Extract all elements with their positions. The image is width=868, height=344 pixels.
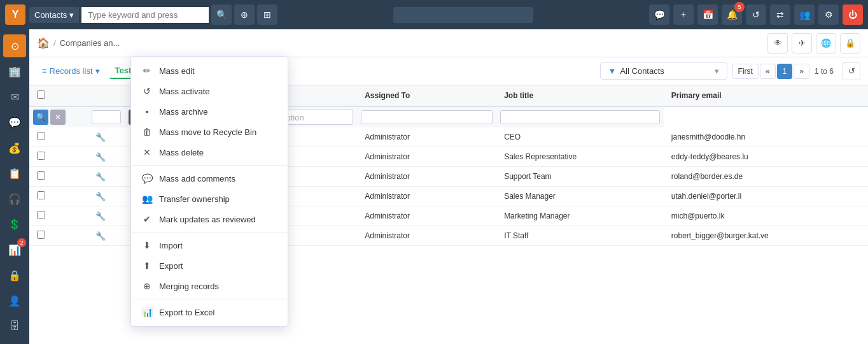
- search-input[interactable]: [81, 7, 209, 23]
- mass-comments-label: Mass add comments: [159, 174, 235, 183]
- assigned-to-cell: Administrator: [357, 127, 496, 147]
- mass-edit-label: Mass edit: [159, 66, 195, 76]
- app-logo[interactable]: Y: [5, 4, 25, 25]
- filter-label: All Contacts: [620, 66, 664, 76]
- sidebar-item-sales[interactable]: 💰: [3, 136, 26, 159]
- menu-item-transfer-ownership[interactable]: 👥 Transfer ownership: [131, 189, 288, 209]
- sidebar-item-database[interactable]: 🗄: [3, 315, 26, 338]
- chevron-down-icon: ▾: [95, 66, 100, 76]
- breadcrumb-actions: 👁 ✈ 🌐 🔒: [767, 33, 860, 54]
- sidebar-item-chat[interactable]: 💬: [3, 111, 26, 134]
- row-checkbox[interactable]: [37, 171, 45, 180]
- exchange-button[interactable]: ⇄: [770, 4, 790, 25]
- row-checkbox[interactable]: [37, 231, 45, 239]
- select-all-header[interactable]: [29, 85, 88, 106]
- menu-divider: [131, 299, 288, 299]
- menu-item-merging-records[interactable]: ⊕ Merging records: [131, 276, 288, 296]
- send-button[interactable]: ✈: [792, 33, 812, 54]
- mass-activate-icon: ↺: [141, 86, 153, 96]
- entity-dropdown[interactable]: Contacts ▾: [29, 7, 79, 23]
- view-toggle-button[interactable]: ⊞: [257, 4, 277, 25]
- sidebar-item-security[interactable]: 🔒: [3, 264, 26, 287]
- menu-item-mass-archive[interactable]: ▪ Mass archive: [131, 101, 288, 122]
- menu-item-mass-comments[interactable]: 💬 Mass add comments: [131, 168, 288, 189]
- select-all-checkbox[interactable]: [37, 90, 45, 99]
- filter-chevron-icon: ▾: [715, 66, 719, 76]
- mass-delete-label: Mass delete: [159, 148, 204, 157]
- settings-button[interactable]: ⚙: [818, 4, 839, 25]
- menu-item-mass-recycle[interactable]: 🗑 Mass move to Recycle Bin: [131, 122, 288, 142]
- menu-item-export-excel[interactable]: 📊 Export to Excel: [131, 302, 288, 322]
- sidebar-item-support[interactable]: 🎧: [3, 187, 26, 210]
- row-checkbox[interactable]: [37, 152, 45, 160]
- primary-email-cell: janesmith@doodle.hn: [664, 127, 868, 147]
- wrench-button[interactable]: 🔧: [95, 152, 106, 162]
- job-filter-input[interactable]: [361, 110, 493, 124]
- context-dropdown-menu: ✏ Mass edit ↺ Mass activate ▪ Mass archi…: [130, 56, 288, 327]
- sidebar-item-billing[interactable]: 💲: [3, 213, 26, 236]
- menu-item-mass-activate[interactable]: ↺ Mass activate: [131, 81, 288, 101]
- notification-badge: 5: [734, 2, 745, 12]
- first-filter-input[interactable]: [92, 110, 121, 124]
- refresh-button[interactable]: ↺: [746, 4, 766, 25]
- menu-divider: [131, 165, 288, 166]
- wrench-button[interactable]: 🔧: [95, 192, 106, 201]
- sidebar-item-dashboard[interactable]: ⊙: [3, 34, 26, 57]
- chat-button[interactable]: 💬: [649, 4, 669, 25]
- sidebar-item-mail[interactable]: ✉: [3, 85, 26, 108]
- home-icon[interactable]: 🏠: [37, 37, 50, 49]
- first-page-button[interactable]: First: [732, 64, 759, 79]
- hide-button[interactable]: 👁: [767, 33, 788, 54]
- list-icon: ≡: [42, 66, 47, 76]
- job-title-cell: IT Staff: [496, 226, 664, 246]
- table-refresh-button[interactable]: ↺: [843, 62, 860, 80]
- filter-clear-button[interactable]: ✕: [50, 110, 66, 125]
- next-page-button[interactable]: »: [794, 64, 809, 79]
- filter-check-cell: 🔍 ✕: [29, 106, 88, 127]
- chevron-down-icon: ▾: [69, 10, 74, 20]
- menu-item-mass-edit[interactable]: ✏ Mass edit: [131, 61, 288, 81]
- menu-item-mass-delete[interactable]: ✕ Mass delete: [131, 142, 288, 162]
- sidebar-item-reports[interactable]: 📊 2: [3, 238, 26, 261]
- mass-archive-label: Mass archive: [159, 107, 208, 117]
- records-list-button[interactable]: ≡ Records list ▾: [37, 64, 105, 78]
- wrench-button[interactable]: 🔧: [95, 231, 106, 241]
- calendar-button[interactable]: 📅: [697, 4, 718, 25]
- globe-button[interactable]: 🌐: [816, 33, 836, 54]
- mass-edit-icon: ✏: [141, 66, 153, 76]
- assigned-to-cell: Administrator: [357, 206, 496, 226]
- admin-button[interactable]: 🔒: [840, 33, 860, 54]
- wrench-button[interactable]: 🔧: [95, 211, 106, 221]
- global-search-input[interactable]: [393, 7, 533, 23]
- users-button[interactable]: 👥: [794, 4, 815, 25]
- row-checkbox[interactable]: [37, 191, 45, 199]
- sidebar-item-profile[interactable]: 👤: [3, 289, 26, 312]
- filter-job-cell: [357, 106, 496, 127]
- row-checkbox[interactable]: [37, 132, 45, 140]
- filter-icon: ▼: [608, 66, 617, 76]
- breadcrumb-separator: /: [53, 38, 56, 48]
- menu-item-import[interactable]: ⬇ Import: [131, 235, 288, 255]
- notifications-button[interactable]: 🔔 5: [722, 4, 742, 25]
- menu-divider: [131, 232, 288, 233]
- filter-dropdown[interactable]: ▼ All Contacts ▾: [600, 62, 727, 80]
- sidebar-item-companies[interactable]: 🏢: [3, 60, 26, 83]
- current-page-button[interactable]: 1: [777, 64, 793, 79]
- transfer-ownership-icon: 👥: [141, 194, 153, 204]
- sidebar-item-tasks[interactable]: 📋: [3, 162, 26, 185]
- menu-item-export[interactable]: ⬆ Export: [131, 255, 288, 276]
- wrench-button[interactable]: 🔧: [95, 133, 106, 142]
- search-button[interactable]: 🔍: [211, 4, 232, 25]
- add-button[interactable]: ＋: [673, 4, 694, 25]
- row-checkbox[interactable]: [37, 211, 45, 219]
- merging-records-icon: ⊕: [141, 281, 153, 291]
- menu-item-mark-reviewed[interactable]: ✔ Mark updates as reviewed: [131, 209, 288, 229]
- transfer-ownership-label: Transfer ownership: [159, 194, 230, 204]
- grid-settings-button[interactable]: ⊕: [234, 4, 255, 25]
- prev-page-button[interactable]: «: [760, 64, 776, 79]
- wrench-button[interactable]: 🔧: [95, 172, 106, 182]
- email-filter-input[interactable]: [500, 110, 660, 124]
- power-button[interactable]: ⏻: [843, 4, 863, 25]
- primary-email-cell: mich@puerto.lk: [664, 206, 868, 226]
- filter-search-button[interactable]: 🔍: [33, 110, 48, 125]
